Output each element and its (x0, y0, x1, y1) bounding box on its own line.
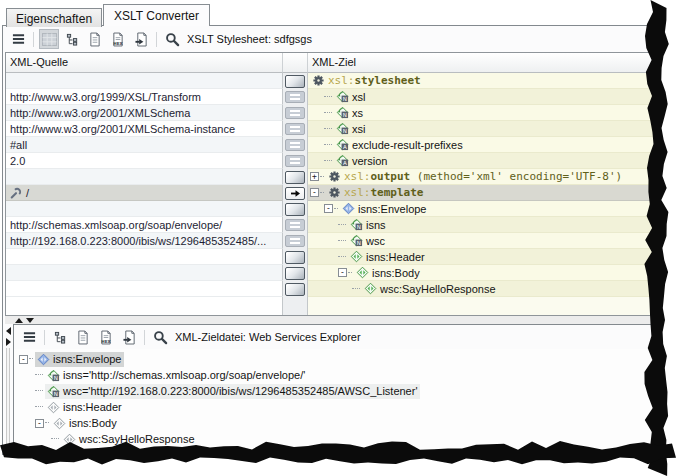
tree-node-box[interactable]: isns:Envelope (35, 352, 124, 367)
source-cell[interactable] (6, 281, 283, 297)
target-node-cell[interactable]: Nxs (308, 105, 656, 121)
source-cell[interactable]: http://www.w3.org/2001/XMLSchema-instanc… (6, 121, 283, 137)
map-button[interactable] (285, 283, 305, 296)
horizontal-splitter[interactable] (5, 316, 657, 324)
tree-connector (324, 128, 332, 130)
source-cell[interactable] (6, 169, 283, 185)
source-cell[interactable]: http://schemas.xmlsoap.org/soap/envelope… (6, 217, 283, 233)
collapse-toggle-icon[interactable]: - (324, 204, 333, 213)
source-cell[interactable]: http://www.w3.org/2001/XMLSchema (6, 105, 283, 121)
collapse-toggle-icon[interactable]: - (35, 419, 44, 428)
source-cell[interactable] (6, 249, 283, 265)
tree-node[interactable]: Nwsc='http://192.168.0.223:8000/ibis/ws/… (19, 383, 656, 399)
tree-node[interactable]: wsc:SayHelloResponse (19, 431, 656, 447)
tree-structure-icon[interactable] (62, 29, 82, 49)
target-node-cell[interactable]: -xsl:template (308, 185, 656, 201)
mapped-link-button[interactable] (285, 219, 305, 231)
document-icon[interactable] (85, 29, 105, 49)
target-node-cell[interactable]: -isns:Body (308, 265, 656, 281)
collapse-toggle-icon[interactable]: - (310, 188, 319, 197)
tree-node-box[interactable]: xsl:output (method='xml' encoding='UTF-8… (326, 169, 624, 184)
expand-toggle-icon[interactable]: + (310, 172, 319, 181)
splitter-collapse-right-icon[interactable] (6, 338, 11, 346)
map-button[interactable] (285, 171, 305, 184)
tree-node-box[interactable]: Nxs (334, 105, 365, 120)
tree-node-box[interactable]: isns:Header (348, 249, 427, 264)
collapse-toggle-icon[interactable]: - (19, 355, 28, 364)
tree-node[interactable]: -isns:Body (19, 415, 656, 431)
splitter-collapse-left-icon[interactable] (6, 327, 11, 335)
tree-node-box[interactable]: xsl:stylesheet (310, 73, 423, 88)
target-node-cell[interactable]: xsl:stylesheet (308, 73, 656, 89)
mapped-link-button[interactable] (285, 139, 305, 151)
mapped-link-button[interactable] (285, 123, 305, 135)
source-cell[interactable] (6, 201, 283, 217)
target-node-cell[interactable]: +xsl:output (method='xml' encoding='UTF-… (308, 169, 656, 185)
tree-node-box[interactable]: wsc:SayHelloResponse (362, 281, 498, 296)
source-cell[interactable]: 2.0 (6, 153, 283, 169)
tree-node-label: isns:Envelope (358, 203, 427, 215)
target-node-cell[interactable]: Nisns (308, 217, 656, 233)
tree-node-box[interactable]: Nisns (348, 217, 388, 232)
menu-icon[interactable] (19, 327, 39, 347)
mapped-link-button[interactable] (285, 91, 305, 103)
hex-document-icon[interactable]: HEX (108, 29, 128, 49)
tree-node-box[interactable]: xsl:template (326, 185, 425, 200)
tab-xslt-converter[interactable]: XSLT Converter (103, 4, 210, 26)
mapped-link-button[interactable] (285, 155, 305, 167)
tree-node[interactable]: -isns:Envelope (19, 351, 656, 367)
tree-node-box[interactable]: Nxsi (334, 121, 367, 136)
tree-node-box[interactable]: isns:Body (354, 265, 422, 280)
column-header-xml-quelle[interactable]: XML-Quelle (6, 53, 283, 73)
source-cell[interactable]: #all (6, 137, 283, 153)
tree-node-box[interactable]: Nxsl (334, 89, 367, 104)
source-cell[interactable] (6, 73, 283, 89)
tree-node-box[interactable]: Nwsc (348, 233, 387, 248)
column-header-xml-ziel[interactable]: XML-Ziel (308, 53, 656, 73)
tree-node-label: isns (366, 219, 386, 231)
transform-document-icon[interactable] (119, 327, 139, 347)
source-cell[interactable]: http://www.w3.org/1999/XSL/Transform (6, 89, 283, 105)
target-node-cell[interactable]: isns:Header (308, 249, 656, 265)
current-mapping-arrow-button[interactable] (285, 187, 305, 200)
mapped-link-button[interactable] (285, 235, 305, 247)
tree-node-box[interactable]: Aversion (334, 153, 389, 168)
map-button[interactable] (285, 75, 305, 88)
document-icon[interactable] (73, 327, 93, 347)
vertical-splitter[interactable] (3, 324, 13, 454)
tab-eigenschaften[interactable]: Eigenschaften (6, 8, 102, 27)
source-cell[interactable] (6, 265, 283, 281)
map-button[interactable] (285, 267, 305, 280)
menu-icon[interactable] (8, 29, 28, 49)
tree-node[interactable]: Nisns='http://schemas.xmlsoap.org/soap/e… (19, 367, 656, 383)
tree-node-box[interactable]: isns:Envelope (340, 201, 429, 216)
map-button[interactable] (285, 251, 305, 264)
target-node-cell[interactable]: -isns:Envelope (308, 201, 656, 217)
tree-node-box[interactable]: Nisns='http://schemas.xmlsoap.org/soap/e… (45, 368, 307, 383)
target-node-cell[interactable]: Aversion (308, 153, 656, 169)
transform-document-icon[interactable] (131, 29, 151, 49)
splitter-collapse-down-icon[interactable] (26, 318, 34, 323)
tree-node-box[interactable]: wsc:SayHelloResponse (61, 432, 197, 447)
tree-node-box[interactable]: isns:Header (45, 400, 124, 415)
mapped-link-button[interactable] (285, 107, 305, 119)
hex-document-icon[interactable]: HEX (96, 327, 116, 347)
target-node-cell[interactable]: wsc:SayHelloResponse (308, 281, 656, 297)
search-icon[interactable] (150, 327, 170, 347)
target-node-cell[interactable]: Aexclude-result-prefixes (308, 137, 656, 153)
source-cell[interactable]: / (6, 185, 283, 201)
target-node-cell[interactable]: Nxsl (308, 89, 656, 105)
map-button[interactable] (285, 203, 305, 216)
tree-node-box[interactable]: Nwsc='http://192.168.0.223:8000/ibis/ws/… (45, 384, 420, 399)
tree-node-box[interactable]: Aexclude-result-prefixes (334, 137, 465, 152)
search-icon[interactable] (162, 29, 182, 49)
target-node-cell[interactable]: Nxsi (308, 121, 656, 137)
target-node-cell[interactable]: Nwsc (308, 233, 656, 249)
table-grid-icon[interactable] (39, 29, 59, 49)
tree-structure-icon[interactable] (50, 327, 70, 347)
tree-node-box[interactable]: isns:Body (51, 416, 119, 431)
source-cell[interactable]: http://192.168.0.223:8000/ibis/ws/129648… (6, 233, 283, 249)
tree-node[interactable]: isns:Header (19, 399, 656, 415)
splitter-collapse-up-icon[interactable] (15, 318, 23, 323)
collapse-toggle-icon[interactable]: - (338, 268, 347, 277)
